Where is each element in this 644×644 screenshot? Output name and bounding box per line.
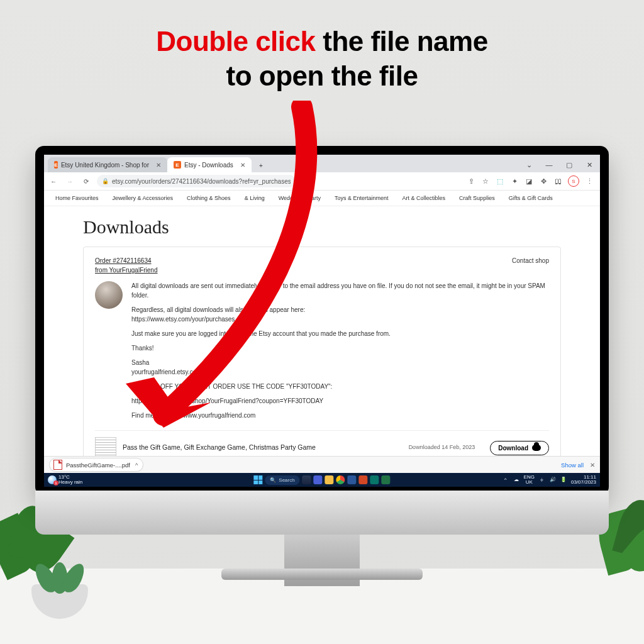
nav-item[interactable]: Home Favourites <box>55 195 99 201</box>
msg-line: Thanks! <box>131 343 549 353</box>
tray-clock[interactable]: 11:11 03/07/2023 <box>571 475 596 485</box>
nav-item[interactable]: Craft Supplies <box>459 195 495 201</box>
monitor-bezel: E Etsy United Kingdom - Shop for ✕ E Ets… <box>35 146 609 496</box>
downloaded-file-chip[interactable]: PasstheGiftGame-....pdf ^ <box>49 458 143 472</box>
tray-volume-icon[interactable]: 🔊 <box>550 477 556 483</box>
download-button-label: Download <box>498 445 528 452</box>
contact-shop-link[interactable]: Contact shop <box>512 256 549 265</box>
kebab-menu-icon[interactable]: ⋮ <box>585 177 594 186</box>
browser-tab-bar: E Etsy United Kingdom - Shop for ✕ E Ets… <box>44 155 600 172</box>
cloud-download-icon <box>532 445 541 451</box>
nav-item[interactable]: Wedding & Party <box>279 195 321 201</box>
taskbar-app-task-view[interactable] <box>303 475 311 484</box>
nav-back-button[interactable]: ← <box>48 175 59 187</box>
tray-language[interactable]: ENG UK <box>524 475 535 485</box>
taskbar-weather-widget[interactable]: 1 13°C Heavy rain <box>44 475 82 485</box>
url-input[interactable]: 🔒 etsy.com/your/orders/2742116634/downlo… <box>97 175 296 187</box>
downloaded-file-name: PasstheGiftGame-....pdf <box>66 462 130 469</box>
taskbar-app-publisher[interactable] <box>370 475 379 484</box>
tray-overflow-icon[interactable]: ^ <box>502 477 509 483</box>
browser-tab-downloads[interactable]: E Etsy - Downloads ✕ <box>167 157 252 172</box>
order-number-link[interactable]: Order #2742116634 <box>95 257 152 264</box>
instruction-line2: to open the file <box>226 60 418 91</box>
extension-icon[interactable]: ⬚ <box>496 177 504 186</box>
nav-item[interactable]: Jewellery & Accessories <box>113 195 174 201</box>
file-download-date: Downloaded 14 Feb, 2023 <box>409 443 475 452</box>
reading-list-icon[interactable]: 🕮 <box>553 177 562 186</box>
taskbar-app-chrome[interactable] <box>336 475 345 484</box>
bookmark-icon[interactable]: ☆ <box>481 177 490 186</box>
new-tab-button[interactable]: + <box>254 158 268 172</box>
taskbar-search-placeholder: Search <box>279 477 294 483</box>
taskbar-app-chat[interactable] <box>314 475 323 484</box>
nav-item[interactable]: Toys & Entertainment <box>335 195 389 201</box>
window-minimize-button[interactable]: — <box>540 157 558 172</box>
instruction-highlight: Double click <box>156 26 315 57</box>
msg-line: Sasha <box>131 359 149 366</box>
nav-reload-button[interactable]: ⟳ <box>80 175 92 187</box>
tray-battery-icon[interactable]: 🔋 <box>560 477 567 483</box>
tutorial-scene: Double click the file name to open the f… <box>0 0 644 644</box>
nav-forward-button[interactable]: → <box>64 175 75 187</box>
msg-line: Regardless, all digital downloads will a… <box>131 306 305 313</box>
nav-item[interactable]: Art & Collectibles <box>402 195 446 201</box>
browser-tab-etsy-home[interactable]: E Etsy United Kingdom - Shop for ✕ <box>48 157 167 172</box>
chevron-up-icon[interactable]: ^ <box>135 462 138 469</box>
instruction-text: Double click the file name to open the f… <box>0 24 644 93</box>
taskbar-app-excel[interactable] <box>382 475 391 484</box>
window-dropdown-icon[interactable]: ⌄ <box>519 157 538 172</box>
taskbar-app-word[interactable] <box>348 475 357 484</box>
windows-taskbar: 1 13°C Heavy rain 🔍 Search <box>44 473 600 487</box>
url-text: etsy.com/your/orders/2742116634/download… <box>112 178 291 185</box>
taskbar-app-explorer[interactable] <box>325 475 334 484</box>
seller-avatar <box>95 281 123 309</box>
etsy-favicon-icon: E <box>174 161 181 169</box>
nav-item[interactable]: Clothing & Shoes <box>187 195 231 201</box>
extension-icon[interactable]: ✦ <box>510 177 519 186</box>
notification-badge: 1 <box>53 480 58 486</box>
taskbar-app-powerpoint[interactable] <box>359 475 368 484</box>
window-maximize-button[interactable]: ▢ <box>560 157 579 172</box>
instruction-line1-rest: the file name <box>316 26 488 57</box>
msg-line: All digital downloads are sent out immed… <box>131 281 549 300</box>
taskbar-search-input[interactable]: 🔍 Search <box>265 475 299 485</box>
page-title: Downloads <box>83 216 561 238</box>
tray-onedrive-icon[interactable]: ☁ <box>513 477 519 483</box>
weather-icon: 1 <box>48 475 57 484</box>
nav-item[interactable]: & Living <box>245 195 265 201</box>
close-tab-icon[interactable]: ✕ <box>240 162 245 169</box>
profile-avatar-icon[interactable]: S <box>568 175 579 187</box>
weather-desc: Heavy rain <box>58 480 82 485</box>
shop-name-link[interactable]: from YourFrugalFriend <box>95 267 158 274</box>
extension-icon[interactable]: ◪ <box>525 177 533 186</box>
nav-item[interactable]: Gifts & Gift Cards <box>509 195 553 201</box>
lock-icon: 🔒 <box>102 178 109 184</box>
seller-message: All digital downloads are sent out immed… <box>131 281 549 425</box>
msg-line: Find me online at: www.yourfrugalfriend.… <box>131 411 549 420</box>
msg-line: GET 30% OFF YOUR NEXT ORDER USE THE CODE… <box>131 382 549 391</box>
etsy-favicon-icon: E <box>54 161 58 169</box>
monitor-stand-foot <box>221 569 423 580</box>
start-button[interactable] <box>253 475 262 484</box>
file-title[interactable]: Pass the Gift Game, Gift Exchange Game, … <box>123 443 402 452</box>
page-content: Downloads Order #2742116634 from YourFru… <box>44 206 600 468</box>
msg-link[interactable]: https://www.etsy.com/shop/YourFrugalFrie… <box>131 396 549 406</box>
browser-address-bar: ← → ⟳ 🔒 etsy.com/your/orders/2742116634/… <box>44 172 600 191</box>
tab-title: Etsy - Downloads <box>184 162 233 169</box>
share-icon[interactable]: ⇪ <box>467 177 475 186</box>
order-card: Order #2742116634 from YourFrugalFriend … <box>83 247 561 468</box>
extensions-puzzle-icon[interactable]: ✥ <box>539 177 548 186</box>
tab-title: Etsy United Kingdom - Shop for <box>61 162 149 169</box>
file-thumbnail-icon <box>95 437 116 458</box>
monitor-chin <box>35 491 609 535</box>
window-close-button[interactable]: ✕ <box>580 157 599 172</box>
download-button[interactable]: Download <box>490 441 549 455</box>
msg-link[interactable]: yourfrugalfriend.etsy.com <box>131 369 202 375</box>
show-all-downloads-link[interactable]: Show all <box>561 462 584 469</box>
download-file-row: Pass the Gift Game, Gift Exchange Game, … <box>95 430 549 458</box>
tray-wifi-icon[interactable]: ⏚ <box>539 477 545 483</box>
msg-link[interactable]: https://www.etsy.com/your/purchases <box>131 316 235 323</box>
close-tab-icon[interactable]: ✕ <box>156 162 161 169</box>
close-download-bar-icon[interactable]: ✕ <box>590 462 595 469</box>
msg-line: Just make sure you are logged into the s… <box>131 329 549 338</box>
